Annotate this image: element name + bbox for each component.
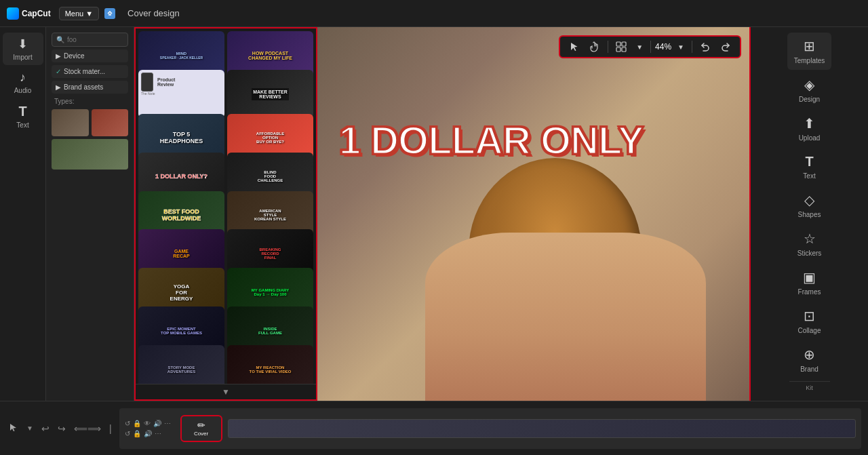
logo-icon [7, 7, 19, 20]
chevron-right-icon-2: ▶ [56, 83, 61, 91]
text-icon-left: T [18, 104, 26, 119]
svg-rect-3 [622, 42, 626, 46]
timeline-controls: ▼ ↩ ↪ ⟸⟹ | [7, 420, 114, 436]
hand-tool-button[interactable] [586, 39, 604, 54]
cursor-tool-button[interactable] [7, 420, 20, 436]
zoom-display: 44% [655, 42, 671, 52]
toolbar-divider-3 [692, 41, 692, 53]
upload-icon: ⬆ [804, 115, 815, 132]
sidebar-item-audio[interactable]: ♪ Audio [3, 66, 43, 98]
sidebar-item-text[interactable]: T Text [3, 100, 43, 133]
device-category[interactable]: ▶ Device [52, 50, 128, 62]
loop-icon-2: ↺ [125, 430, 130, 437]
svg-rect-4 [616, 47, 620, 52]
center-area: ▼ 44% ▼ [317, 27, 868, 401]
brand-icon: ⊕ [804, 347, 815, 363]
svg-rect-2 [616, 42, 620, 46]
scroll-down-area[interactable]: ▼ [136, 384, 316, 399]
app-name: CapCut [22, 9, 51, 18]
trim-button[interactable]: | [107, 421, 114, 436]
canvas-area: ▼ 44% ▼ [317, 27, 749, 401]
asset-thumb-full-1[interactable] [52, 139, 128, 170]
template-product[interactable]: ProductReview The Note [138, 70, 224, 118]
undo-timeline-button[interactable]: ↩ [39, 421, 52, 436]
sidebar-item-import[interactable]: ⬇ Import [3, 33, 43, 65]
redo-button[interactable] [717, 39, 734, 54]
shapes-icon: ◇ [804, 192, 814, 208]
layout-chevron-button[interactable]: ▼ [633, 41, 646, 53]
toolbar-divider-2 [650, 41, 651, 53]
sidebar-item-collage[interactable]: ⊡ Collage [787, 302, 831, 340]
stock-material-category[interactable]: ✓ Stock mater... [52, 65, 128, 78]
layout-button[interactable] [612, 39, 630, 54]
sidebar-item-upload[interactable]: ⬆ Upload [787, 110, 831, 147]
track-row-1: ↺ 🔒 👁 🔊 ⋯ [125, 420, 171, 427]
canvas-toolbar: ▼ 44% ▼ [559, 35, 741, 58]
undo-button[interactable] [696, 39, 714, 54]
sidebar-item-frames[interactable]: ▣ Frames [787, 264, 831, 301]
volume-icon-2: 🔊 [144, 430, 152, 437]
canvas-bg: 1 DOLLAR ONLY [317, 27, 749, 401]
search-icon: 🔍 [56, 36, 64, 43]
track-icons: ↺ 🔒 👁 🔊 ⋯ ↺ 🔒 🔊 ⋯ [125, 420, 171, 437]
templates-grid: MINDSPEAKER · JACK KELLER HOW PODCASTCHA… [136, 28, 316, 384]
templates-panel: MINDSPEAKER · JACK KELLER HOW PODCASTCHA… [134, 27, 317, 401]
asset-thumb-2[interactable] [92, 109, 129, 136]
stock-icon: ✓ [56, 68, 61, 75]
right-sidebar: ⊞ Templates ◈ Design ⬆ Upload T Text ◇ S… [749, 27, 868, 401]
app-logo: CapCut [7, 7, 51, 20]
redo-timeline-button[interactable]: ↪ [56, 421, 68, 436]
sidebar-item-text[interactable]: T Text [787, 149, 831, 185]
collage-icon: ⊡ [804, 308, 815, 324]
burger-scene: 1 DOLLAR ONLY [317, 27, 749, 401]
template-reviews[interactable]: MAKE BETTERREVIEWS [227, 70, 313, 118]
stickers-icon: ☆ [804, 231, 816, 247]
project-title: Cover design [127, 8, 180, 18]
left-area: ⬇ Import ♪ Audio T Text 🔍 ▶ Device [0, 27, 134, 401]
zoom-chevron-button[interactable]: ▼ [674, 41, 688, 53]
sidebar-item-templates[interactable]: ⊞ Templates [787, 33, 831, 70]
chevron-down-icon[interactable]: ▼ [222, 387, 230, 397]
sidebar-item-design[interactable]: ◈ Design [787, 71, 831, 108]
split-button[interactable]: ⟸⟹ [72, 421, 103, 436]
main-layout: ⬇ Import ♪ Audio T Text 🔍 ▶ Device [0, 27, 868, 401]
more-icon[interactable]: ⋯ [164, 420, 171, 427]
templates-icon: ⊞ [804, 38, 815, 54]
svg-rect-1 [108, 14, 111, 16]
project-icon [104, 8, 115, 19]
cursor-chevron-button[interactable]: ▼ [24, 422, 35, 434]
search-input[interactable] [67, 36, 115, 43]
svg-rect-5 [622, 47, 626, 52]
asset-thumb-1[interactable] [52, 109, 89, 136]
sidebar-icons: ⬇ Import ♪ Audio T Text [0, 27, 46, 401]
sidebar-divider [789, 381, 830, 382]
sidebar-item-brand[interactable]: ⊕ Brand [787, 341, 831, 378]
chevron-down-icon-2: ▼ [636, 43, 643, 51]
volume-icon: 🔊 [153, 420, 161, 427]
brand-assets-category[interactable]: ▶ Brand assets [52, 81, 128, 94]
pointer-tool-button[interactable] [566, 39, 583, 54]
template-story[interactable]: STORY MODEADVENTURES [138, 345, 224, 384]
track-bar [228, 419, 856, 438]
cover-track-item[interactable]: ✏ Cover [180, 415, 222, 442]
timeline-track: ↺ 🔒 👁 🔊 ⋯ ↺ 🔒 🔊 ⋯ ✏ Cover [119, 408, 861, 449]
template-reaction[interactable]: MY REACTIONTO THE VIRAL VIDEO [227, 345, 313, 384]
frames-icon: ▣ [803, 269, 816, 285]
chevron-down-icon-3: ▼ [677, 43, 684, 51]
menu-button[interactable]: Menu ▼ [59, 7, 99, 20]
types-label: Types: [52, 96, 128, 106]
eye-icon: 👁 [144, 420, 151, 427]
sidebar-item-shapes[interactable]: ◇ Shapes [787, 186, 831, 224]
audio-icon: ♪ [20, 71, 26, 85]
loop-icon: ↺ [125, 420, 130, 427]
assets-search-box[interactable]: 🔍 [52, 33, 128, 47]
assets-panel: 🔍 ▶ Device ✓ Stock mater... ▶ Brand asse… [46, 27, 134, 401]
hands [425, 233, 706, 401]
kit-label: Kit [806, 384, 813, 391]
sidebar-item-stickers[interactable]: ☆ Stickers [787, 225, 831, 262]
text-icon-right: T [805, 154, 813, 170]
lock-icon-2: 🔒 [133, 430, 141, 437]
track-row-2: ↺ 🔒 🔊 ⋯ [125, 430, 171, 437]
more-icon-2[interactable]: ⋯ [155, 430, 161, 437]
bottom-bar: ▼ ↩ ↪ ⟸⟹ | ↺ 🔒 👁 🔊 ⋯ ↺ 🔒 🔊 ⋯ [0, 401, 868, 455]
